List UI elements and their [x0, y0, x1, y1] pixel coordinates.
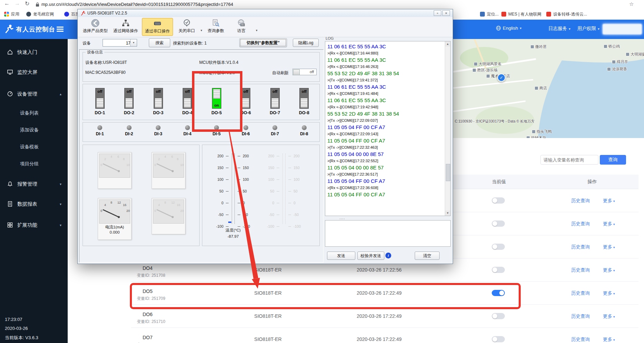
switch-to-param-config-button[interactable]: 切换到“参数配置” — [239, 38, 287, 47]
sidebar-item-device-mgmt[interactable]: 设备管理 ▴ — [0, 86, 68, 101]
language-menu[interactable]: English▾ — [496, 26, 521, 31]
splitter-dots[interactable]: .... — [339, 216, 345, 220]
map-poi[interactable]: 胜区-游乐场 — [472, 68, 498, 73]
user-permission-menu[interactable]: 用户权限▾ — [577, 26, 599, 32]
history-link[interactable]: 历史查询 — [571, 336, 590, 343]
user-account-chip[interactable] — [603, 24, 642, 35]
auto-refresh-toggle[interactable]: off — [292, 69, 317, 75]
map-poi[interactable]: 旋转木马 — [526, 135, 546, 138]
do-switch[interactable]: off — [95, 88, 105, 109]
history-link[interactable]: 历史查询 — [571, 221, 590, 227]
sidebar-item-monitor[interactable]: 监控大屏 — [0, 65, 68, 80]
bookmark-device-transfer[interactable]: 设备转移-透传云... — [546, 11, 587, 17]
hide-log-button[interactable]: 隐藏Log — [293, 39, 319, 47]
dropdown-caret-icon[interactable]: ▾ — [256, 29, 258, 32]
send-input[interactable] — [325, 220, 451, 247]
map-poi[interactable]: 指头飞鸭 — [532, 129, 552, 134]
log-service-menu[interactable]: 日志服务▾ — [548, 26, 570, 32]
sidebar-subitem[interactable]: 项目分组 — [0, 157, 68, 171]
refresh-icon[interactable]: ↻ — [25, 0, 29, 7]
clear-button[interactable]: 清空 — [415, 252, 440, 260]
brand-title: 有人云控制台 — [16, 25, 55, 33]
sidebar-item-report[interactable]: 数据报表 ▾ — [0, 196, 68, 212]
bookmark-laomaotao[interactable]: 老毛桃官网 — [26, 11, 54, 17]
map-poi[interactable]: 得月亭 — [612, 59, 628, 65]
log-output[interactable]: 11 06 61 EC 55 55 AA 3C>[Rx <-][COM6][17… — [325, 41, 451, 216]
value-toggle[interactable] — [492, 244, 505, 250]
scroll-up-icon[interactable]: ▲ — [445, 41, 450, 47]
dropdown-caret-icon[interactable]: ▾ — [201, 29, 202, 32]
query-params-button[interactable]: 查询参数 — [203, 18, 228, 36]
variable-search-input[interactable] — [540, 155, 598, 165]
more-link[interactable]: 更多▾ — [603, 290, 615, 296]
value-toggle[interactable] — [492, 267, 505, 273]
map-poi[interactable]: 商店 — [535, 86, 547, 91]
map-device-pin[interactable]: ✓ — [497, 74, 506, 82]
bookmark-star-icon[interactable]: ☆ — [629, 1, 634, 7]
device-number-spinner[interactable]: ▾ — [103, 39, 137, 47]
bookmark-apps[interactable]: 应用 — [4, 11, 19, 17]
search-button[interactable]: 查询 — [600, 155, 626, 165]
spinner-caret-icon[interactable]: ▾ — [130, 39, 137, 46]
forward-icon[interactable]: → — [15, 0, 20, 7]
language-button[interactable]: ABC 语言 — [231, 18, 252, 36]
close-serial-button[interactable]: 关闭串口 — [174, 18, 199, 36]
scrollbar-thumb[interactable] — [446, 164, 450, 181]
map-poi[interactable]: 微吟居 — [530, 44, 547, 49]
menu-toggle-icon[interactable] — [57, 27, 64, 32]
value-toggle[interactable] — [492, 336, 505, 342]
history-link[interactable]: 历史查询 — [571, 198, 590, 204]
do-switch[interactable]: on — [212, 88, 221, 109]
sidebar-subitem[interactable]: 添加设备 — [0, 123, 68, 137]
map-poi[interactable]: 铁公鸡 — [604, 44, 620, 49]
minimize-button[interactable]: ▫ — [434, 10, 441, 16]
sidebar-subitem[interactable]: 设备列表 — [0, 106, 68, 120]
scroll-down-icon[interactable]: ▼ — [445, 210, 450, 216]
send-button[interactable]: 发送 — [327, 252, 355, 260]
history-link[interactable]: 历史查询 — [571, 267, 590, 273]
sidebar-item-quickstart[interactable]: 快速入门 — [0, 45, 68, 60]
send-with-check-button[interactable]: 校验并发送 — [357, 252, 384, 260]
history-link[interactable]: 历史查询 — [571, 290, 590, 296]
url-text[interactable]: mp.usr.cn/#/cloudV2/device/ViewDeviceDet… — [41, 2, 233, 7]
do-switch[interactable]: off — [299, 88, 309, 109]
more-link[interactable]: 更多▾ — [603, 221, 615, 227]
bookmark-location[interactable]: 定位... — [480, 11, 499, 17]
value-toggle[interactable] — [492, 290, 505, 296]
di-label: DI-5 — [212, 131, 221, 136]
bookmark-mes[interactable]: MES | 有人物联网 — [501, 11, 541, 17]
sidebar-item-alarm[interactable]: 报警管理 ▾ — [0, 176, 68, 192]
close-button[interactable]: × — [442, 10, 450, 16]
back-icon[interactable]: ← — [4, 0, 10, 7]
window-titlebar[interactable]: USR-SIO818T V2.2.5 ▫ × — [78, 9, 453, 17]
map-poi[interactable]: 沧浪荷香 — [607, 67, 627, 72]
log-scrollbar[interactable]: ▲ ▼ — [445, 41, 450, 216]
do-switch[interactable]: off — [154, 88, 163, 109]
device-search-button[interactable]: 搜索 — [149, 38, 170, 47]
map-poi[interactable]: 大明湖摄... — [626, 52, 644, 57]
device-number-input[interactable] — [103, 39, 131, 47]
variable-name: DO5 — [143, 288, 153, 294]
more-link[interactable]: 更多▾ — [603, 336, 615, 343]
serial-operate-button[interactable]: 通过串口操作 — [142, 18, 173, 36]
more-link[interactable]: 更多▾ — [603, 244, 615, 250]
do-switch[interactable]: off — [270, 88, 280, 109]
more-link[interactable]: 更多▾ — [603, 198, 615, 204]
more-link[interactable]: 更多▾ — [603, 267, 615, 273]
network-operate-button[interactable]: 通过网络操作 — [111, 18, 141, 36]
do-switch[interactable]: off — [183, 88, 192, 109]
value-toggle[interactable] — [492, 197, 505, 204]
history-link[interactable]: 历史查询 — [571, 244, 590, 250]
map-canvas[interactable]: 微吟居铁公鸡大明湖摄...得月亭沧浪荷香大明湖风景名胜区-游乐场魔术玩具店商店指… — [453, 39, 644, 138]
do-switch[interactable]: off — [124, 88, 134, 109]
more-link[interactable]: 更多▾ — [603, 313, 615, 320]
map-poi[interactable]: 大明湖风景名 — [474, 61, 501, 67]
sidebar-subitem[interactable]: 设备模板 — [0, 140, 68, 154]
value-toggle[interactable] — [492, 220, 505, 227]
value-toggle[interactable] — [492, 313, 505, 319]
info-icon[interactable]: i — [385, 253, 391, 258]
do-switch[interactable]: off — [241, 88, 250, 109]
select-product-type-button[interactable]: 选择产品类型 — [80, 18, 110, 36]
sidebar-item-extension[interactable]: 扩展功能 ▾ — [0, 217, 68, 233]
history-link[interactable]: 历史查询 — [571, 313, 590, 320]
